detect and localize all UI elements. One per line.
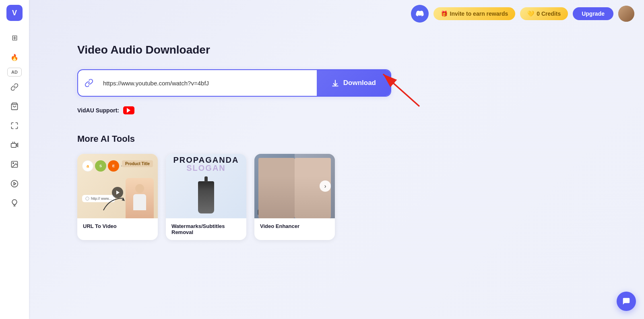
image-icon[interactable]	[6, 155, 23, 173]
svg-point-13	[86, 197, 89, 200]
credits-label: 0 Credits	[537, 10, 561, 17]
play-circle-icon[interactable]	[6, 175, 23, 193]
fire-icon[interactable]: 🔥	[6, 48, 23, 66]
svg-point-7	[11, 180, 18, 187]
tool-card-video-enhancer[interactable]: Before After › Video Enhancer	[254, 154, 335, 240]
page-title: Video Audio Downloader	[77, 44, 612, 56]
logo-letter: V	[12, 9, 17, 17]
tool-card-watermarks-label: Watermarks/Subtitles Removal	[166, 218, 246, 240]
discord-button[interactable]	[411, 5, 429, 23]
video-badge-icon[interactable]	[6, 136, 23, 154]
url-to-video-card-image: a S E ··· Product Title http:// www...	[77, 154, 158, 218]
invite-button[interactable]: 🎁 Invite to earn rewards	[433, 7, 516, 20]
youtube-icon[interactable]	[123, 106, 134, 114]
credits-button[interactable]: 💛 0 Credits	[520, 7, 568, 20]
header: 🎁 Invite to earn rewards 💛 0 Credits Upg…	[29, 0, 644, 27]
bag-icon[interactable]	[6, 97, 23, 115]
more-tools-title: More AI Tools	[77, 134, 612, 144]
bulb-icon[interactable]	[6, 194, 23, 212]
content-area: Video Audio Downloader Download	[29, 27, 644, 319]
avatar-image	[618, 6, 634, 22]
download-label: Download	[343, 79, 376, 87]
tool-card-video-enhancer-label: Video Enhancer	[254, 218, 335, 234]
watermarks-card-image: PROPAGANDA SLOGAN	[166, 154, 246, 218]
url-input[interactable]	[100, 80, 317, 87]
invite-icon: 🎁	[441, 10, 448, 17]
tool-card-url-to-video-label: URL To Video	[77, 218, 158, 234]
card2-propaganda-text: PROPAGANDA	[173, 155, 239, 164]
download-button[interactable]: Download	[317, 69, 390, 97]
invite-label: Invite to earn rewards	[450, 10, 508, 17]
svg-rect-1	[11, 143, 17, 147]
scan-icon[interactable]	[6, 117, 23, 135]
tool-card-url-to-video[interactable]: a S E ··· Product Title http:// www...	[77, 154, 158, 240]
main-content: 🎁 Invite to earn rewards 💛 0 Credits Upg…	[29, 0, 644, 319]
grid-icon[interactable]: ⊞	[6, 29, 23, 47]
card2-bottle	[198, 181, 214, 213]
url-bar: Download	[77, 69, 391, 97]
card1-logos: a S E ···	[82, 160, 126, 172]
credits-icon: 💛	[527, 10, 534, 17]
app-logo[interactable]: V	[6, 5, 23, 21]
float-chat-button[interactable]	[617, 292, 636, 311]
link-icon[interactable]	[6, 78, 23, 96]
support-label: VidAU Support:	[77, 107, 119, 114]
card2-slogan-shadow: SLOGAN	[173, 164, 239, 172]
sidebar: V ⊞ 🔥 AD	[0, 0, 29, 319]
card1-product-title: Product Title	[122, 160, 153, 167]
upgrade-button[interactable]: Upgrade	[573, 7, 613, 20]
svg-point-6	[13, 163, 14, 164]
tool-card-watermarks[interactable]: PROPAGANDA SLOGAN Watermarks/Subtitles R…	[166, 154, 246, 240]
amazon-logo: a	[82, 160, 93, 172]
ad-icon[interactable]: AD	[7, 68, 22, 77]
avatar[interactable]	[618, 6, 634, 22]
etsy-logo: E	[108, 160, 119, 172]
tools-grid: a S E ··· Product Title http:// www...	[77, 154, 612, 240]
support-row: VidAU Support:	[77, 106, 612, 114]
url-link-icon	[78, 79, 100, 87]
card3-before-panel: Before	[254, 154, 295, 218]
card1-person	[126, 178, 154, 218]
card1-arrow	[101, 196, 126, 212]
card3-next-button[interactable]: ›	[320, 180, 331, 192]
shopify-logo: S	[95, 160, 106, 172]
svg-marker-8	[14, 182, 16, 185]
card3-person-before	[258, 158, 295, 218]
enhancer-card-image: Before After ›	[254, 154, 335, 218]
